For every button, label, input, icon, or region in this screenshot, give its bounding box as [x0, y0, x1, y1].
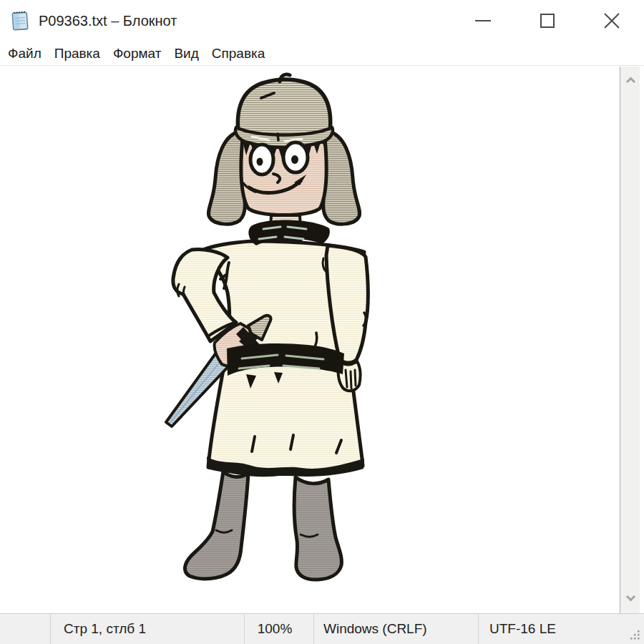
close-icon: [603, 12, 620, 29]
character-illustration: [0, 67, 620, 613]
menu-format[interactable]: Формат: [107, 42, 168, 65]
status-zoom-level: 100%: [244, 614, 313, 644]
boots: [185, 472, 341, 580]
status-encoding-label: UTF-16 LE: [489, 621, 556, 637]
chevron-up-icon: [625, 77, 636, 84]
menu-view[interactable]: Вид: [167, 42, 205, 65]
status-spacer: [0, 614, 50, 644]
menu-file[interactable]: Файл: [1, 42, 48, 65]
status-line-ending: Windows (CRLF): [313, 614, 478, 644]
scroll-down-button[interactable]: [620, 587, 640, 609]
minimize-button[interactable]: [451, 0, 515, 42]
title-bar: P09363.txt – Блокнот: [0, 0, 644, 42]
minimize-icon: [474, 12, 492, 29]
vertical-scrollbar[interactable]: [620, 67, 640, 613]
menu-bar: Файл Правка Формат Вид Справка: [0, 42, 644, 66]
menu-edit[interactable]: Правка: [48, 42, 107, 65]
cap: [238, 74, 330, 138]
window-title: P09363.txt – Блокнот: [39, 13, 451, 29]
maximize-button[interactable]: [515, 0, 580, 42]
status-cursor-position: Стр 1, стлб 1: [50, 614, 244, 644]
notepad-icon: [9, 9, 31, 32]
text-area[interactable]: [0, 67, 644, 613]
notepad-window: P09363.txt – Блокнот Файл Правка Формат …: [0, 0, 644, 644]
close-button[interactable]: [580, 0, 644, 42]
maximize-icon: [539, 12, 556, 29]
scroll-up-button[interactable]: [620, 69, 640, 91]
status-bar: Стр 1, стлб 1 100% Windows (CRLF) UTF-16…: [0, 613, 644, 644]
resize-grip[interactable]: [629, 629, 640, 640]
menu-help[interactable]: Справка: [205, 42, 272, 65]
window-controls: [451, 0, 644, 42]
chevron-down-icon: [625, 595, 636, 602]
status-encoding: UTF-16 LE: [478, 614, 644, 644]
